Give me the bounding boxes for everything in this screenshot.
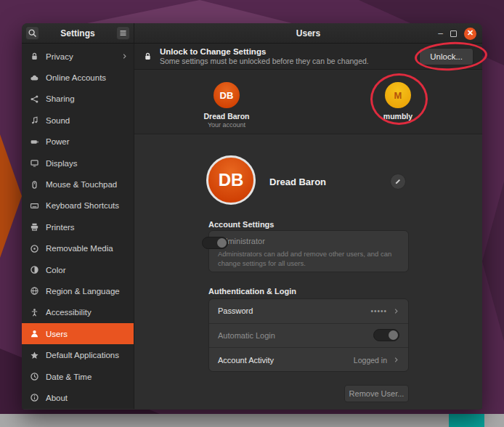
titlebar[interactable]: Settings Users – ✕ (22, 23, 482, 44)
hamburger-menu-icon (118, 28, 128, 38)
taskbar[interactable] (0, 414, 504, 427)
sidebar-item-label: Displays (46, 159, 77, 168)
user-name: Dread Baron (200, 112, 253, 121)
unlock-banner: Unlock to Change Settings Some settings … (134, 44, 482, 70)
sidebar-item-power[interactable]: Power (22, 131, 134, 152)
search-icon (28, 28, 37, 38)
note-icon (30, 115, 39, 125)
administrator-toggle[interactable] (202, 237, 228, 249)
banner-title: Unlock to Change Settings (160, 46, 369, 57)
sidebar-item-label: About (46, 394, 68, 402)
profile-name: Dread Baron (269, 176, 326, 187)
auth-login-card: Password•••••Automatic LoginAccount Acti… (208, 298, 409, 372)
info-icon (30, 393, 39, 402)
row-right: Logged in (354, 356, 399, 365)
sidebar-item-label: Privacy (46, 52, 73, 61)
sidebar-item-printers[interactable]: Printers (22, 216, 134, 237)
star-icon (30, 351, 39, 360)
unlock-button[interactable]: Unlock... (419, 48, 473, 65)
sidebar-item-label: Online Accounts (46, 73, 106, 82)
share-icon (30, 94, 39, 104)
toggle-knob (217, 238, 227, 248)
automatic-login-toggle[interactable] (373, 329, 399, 341)
sidebar-item-label: Accessibility (46, 308, 92, 317)
user-card-mumbly[interactable]: M mumbly (372, 82, 424, 121)
chevron-right-icon (393, 357, 399, 363)
menu-button[interactable] (116, 26, 130, 40)
lock-icon (143, 52, 153, 61)
cloud-icon (30, 73, 39, 83)
desktop: Settings Users – ✕ PrivacyOnline Account… (0, 0, 504, 427)
display-icon (30, 158, 39, 168)
sidebar-item-mouse-touchpad[interactable]: Mouse & Touchpad (22, 174, 134, 195)
close-button[interactable]: ✕ (464, 28, 476, 40)
color-icon (30, 265, 39, 274)
sidebar-item-sound[interactable]: Sound (22, 110, 134, 131)
row-value: Logged in (354, 356, 387, 365)
profile-avatar[interactable]: DB (206, 155, 256, 205)
user-card-dread-baron[interactable]: DB Dread Baron Your account (200, 82, 253, 129)
window-controls: – ✕ (438, 23, 476, 44)
printer-icon (30, 222, 39, 232)
banner-subtitle: Some settings must be unlocked before th… (160, 57, 369, 66)
sidebar-item-label: Power (46, 137, 70, 146)
auth-login-heading: Authentication & Login (208, 287, 296, 296)
wallpaper-triangle (80, 0, 298, 25)
users-panel: Unlock to Change Settings Some settings … (134, 44, 482, 409)
sidebar: PrivacyOnline AccountsSharingSoundPowerD… (22, 44, 134, 409)
edit-name-button[interactable] (390, 174, 406, 190)
auth-row-account-activity[interactable]: Account ActivityLogged in (209, 348, 408, 373)
maximize-button[interactable] (450, 30, 457, 37)
remove-user-button[interactable]: Remove User... (344, 385, 409, 402)
sidebar-item-accessibility[interactable]: Accessibility (22, 302, 134, 323)
row-right (373, 329, 399, 341)
sidebar-item-displays[interactable]: Displays (22, 152, 134, 174)
sidebar-item-label: Default Applications (46, 351, 119, 359)
auth-row-automatic-login[interactable]: Automatic Login (209, 324, 408, 349)
account-settings-heading: Account Settings (208, 220, 274, 229)
wallpaper-triangle (0, 134, 22, 258)
sidebar-item-label: Color (46, 266, 65, 274)
row-value: ••••• (370, 307, 387, 315)
sidebar-item-sharing[interactable]: Sharing (22, 89, 134, 110)
sidebar-item-color[interactable]: Color (22, 259, 134, 280)
avatar: M (385, 82, 411, 108)
user-switcher: DB Dread Baron Your account M mumbly (134, 70, 482, 134)
row-right: ••••• (370, 307, 399, 315)
search-button[interactable] (25, 26, 39, 40)
sidebar-item-label: Printers (46, 223, 75, 232)
sidebar-item-about[interactable]: About (22, 387, 134, 408)
panel-title: Users (134, 28, 482, 38)
sidebar-item-keyboard-shortcuts[interactable]: Keyboard Shortcuts (22, 195, 134, 216)
banner-text: Unlock to Change Settings Some settings … (160, 46, 369, 67)
globe-icon (30, 286, 39, 296)
keyboard-icon (30, 201, 39, 211)
wallpaper-triangle (482, 182, 504, 341)
mouse-icon (30, 180, 39, 190)
minimize-button[interactable]: – (438, 30, 443, 37)
access-icon (30, 308, 39, 317)
row-label: Automatic Login (218, 331, 275, 340)
row-label: Account Activity (218, 356, 274, 365)
app-title: Settings (42, 28, 113, 38)
sidebar-item-date-time[interactable]: Date & Time (22, 366, 134, 387)
user-icon (30, 329, 39, 338)
sidebar-item-privacy[interactable]: Privacy (22, 46, 134, 67)
user-subtitle: Your account (200, 121, 253, 129)
sidebar-item-users[interactable]: Users (22, 323, 134, 344)
battery-icon (30, 137, 39, 147)
sidebar-item-label: Region & Language (46, 287, 120, 296)
sidebar-item-region-language[interactable]: Region & Language (22, 280, 134, 301)
sidebar-item-online-accounts[interactable]: Online Accounts (22, 67, 134, 88)
sidebar-item-label: Keyboard Shortcuts (46, 201, 119, 210)
taskbar-teal-block[interactable] (449, 414, 484, 427)
sidebar-item-default-applications[interactable]: Default Applications (22, 344, 134, 365)
auth-row-password[interactable]: Password••••• (209, 299, 408, 324)
pencil-icon (394, 178, 402, 185)
toggle-knob (389, 330, 398, 340)
user-name: mumbly (372, 112, 424, 121)
disc-icon (30, 244, 39, 253)
administrator-description: Administrators can add and remove other … (218, 250, 401, 268)
sidebar-item-removable-media[interactable]: Removable Media (22, 238, 134, 259)
administrator-card: Administrator Administrators can add and… (208, 230, 409, 272)
